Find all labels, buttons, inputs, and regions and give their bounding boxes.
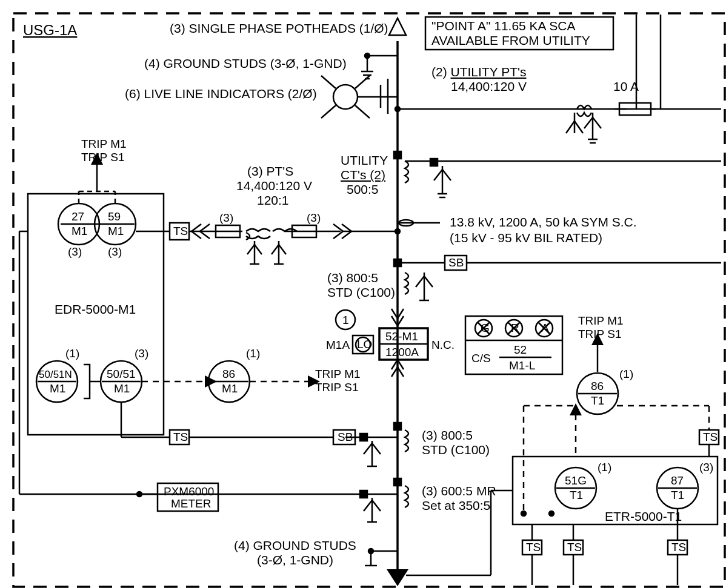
svg-text:1200A: 1200A (385, 346, 419, 358)
svg-line-10 (321, 76, 336, 88)
svg-text:51G: 51G (565, 474, 587, 487)
svg-text:(3): (3) (219, 211, 233, 224)
breaker-52-m1: 52-M1 1200A 1 LO M1A N.C. (326, 309, 455, 377)
svg-text:1: 1 (342, 314, 349, 326)
svg-text:SB: SB (338, 431, 353, 443)
svg-text:TRIP M1: TRIP M1 (81, 137, 127, 150)
svg-text:52-M1: 52-M1 (385, 330, 418, 343)
label-ground-studs: (4) GROUND STUDS (3-Ø, 1-GND) (144, 56, 347, 70)
label-utility-ct-1: UTILITY (341, 153, 388, 167)
svg-text:TRIP S1: TRIP S1 (315, 381, 358, 394)
svg-text:TS: TS (526, 541, 541, 553)
svg-text:T1: T1 (591, 394, 604, 407)
utility-pt-branch (395, 103, 721, 143)
label-bus-rating-1: 13.8 kV, 1200 A, 50 kA SYM S.C. (450, 215, 637, 229)
svg-text:(3): (3) (307, 211, 321, 224)
svg-text:Set at 350:5: Set at 350:5 (422, 498, 490, 512)
panel-border (13, 13, 725, 587)
svg-text:T1: T1 (570, 489, 583, 501)
svg-text:27: 27 (72, 210, 84, 223)
svg-text:52: 52 (514, 343, 527, 356)
svg-text:M1: M1 (222, 382, 238, 395)
svg-rect-27 (394, 151, 401, 159)
svg-text:50/51: 50/51 (107, 368, 136, 380)
svg-text:TRIP M1: TRIP M1 (315, 368, 361, 380)
svg-point-9 (333, 85, 358, 109)
panel-title: USG-1A (23, 22, 77, 38)
svg-text:LO: LO (357, 338, 372, 351)
svg-rect-37 (394, 259, 401, 266)
svg-line-13 (355, 105, 370, 118)
oc-relays: 50/51N M1 50/51 M1 86 M1 (1) (3) (1) TRI… (36, 347, 361, 444)
svg-line-11 (321, 105, 336, 118)
svg-text:EDR-5000-M1: EDR-5000-M1 (55, 302, 136, 316)
svg-text:500:5: 500:5 (347, 182, 379, 196)
svg-text:(1): (1) (619, 368, 633, 380)
svg-text:(3): (3) (699, 461, 713, 474)
svg-text:STD (C100): STD (C100) (422, 443, 490, 457)
bottom-ground-branch (365, 549, 398, 566)
label-potheads: (3) SINGLE PHASE POTHEADS (1/Ø) (170, 21, 388, 35)
svg-point-186 (549, 511, 554, 516)
label-ct800b-1: (3) 800:5 (422, 428, 473, 442)
svg-text:"POINT A" 11.65 KA SCA: "POINT A" 11.65 KA SCA (431, 19, 575, 33)
svg-text:TRIP M1: TRIP M1 (578, 314, 624, 327)
svg-text:M1: M1 (50, 382, 65, 395)
svg-point-18 (395, 107, 400, 111)
svg-rect-28 (430, 159, 438, 166)
svg-text:(2) UTILITY PT's: (2) UTILITY PT's (431, 65, 527, 79)
label-bus-rating-2: (15 kV - 95 kV BIL RATED) (450, 231, 602, 245)
svg-text:METER: METER (171, 497, 211, 510)
svg-text:87: 87 (671, 474, 684, 487)
svg-text:CT's (2): CT's (2) (341, 168, 385, 182)
outgoing-triangle-icon (387, 569, 408, 586)
svg-text:59: 59 (108, 210, 121, 223)
svg-text:120:1: 120:1 (257, 193, 289, 207)
svg-text:AVAILABLE FROM UTILITY: AVAILABLE FROM UTILITY (431, 33, 590, 47)
svg-rect-64 (394, 478, 401, 486)
svg-line-12 (355, 76, 370, 88)
svg-text:STD (C100): STD (C100) (327, 285, 395, 299)
svg-text:TRIP S1: TRIP S1 (578, 328, 621, 340)
svg-text:M1-L: M1-L (509, 359, 535, 372)
svg-text:86: 86 (222, 368, 235, 380)
gra-cs-panel: G R A C/S 52 M1-L (465, 316, 562, 374)
svg-text:G: G (481, 322, 490, 334)
svg-text:M1A: M1A (326, 339, 350, 351)
svg-text:M1: M1 (72, 225, 87, 237)
svg-text:ETR-5000-T1: ETR-5000-T1 (605, 509, 682, 523)
svg-text:R: R (511, 322, 519, 334)
svg-text:T1: T1 (671, 489, 684, 501)
label-live-line-ind: (6) LIVE LINE INDICATORS (2/Ø) (125, 87, 317, 101)
svg-point-102 (395, 229, 400, 234)
svg-text:86: 86 (591, 380, 604, 392)
svg-text:PXM6000: PXM6000 (164, 485, 214, 498)
label-10a-fuse: 10 A (613, 79, 639, 93)
label-bottom-gnd-1: (4) GROUND STUDS (234, 538, 356, 552)
svg-text:TS: TS (173, 225, 188, 237)
svg-text:TS: TS (567, 541, 582, 553)
svg-text:TS: TS (703, 431, 718, 443)
svg-point-185 (521, 511, 526, 516)
utility-ct-icon (394, 151, 721, 197)
svg-text:N.C.: N.C. (431, 339, 455, 351)
top-ground-branch (361, 53, 398, 79)
bus-rating-tap-icon (398, 220, 440, 226)
svg-text:TS: TS (173, 431, 188, 443)
ct-800-upper: SB (394, 256, 721, 300)
live-line-indicator-icon (321, 76, 398, 118)
point-a-box: "POINT A" 11.65 KA SCA AVAILABLE FROM UT… (425, 17, 613, 50)
label-utility-pt-ratio: 14,400:120 V (451, 79, 527, 93)
svg-rect-56 (394, 423, 401, 430)
svg-text:50/51N: 50/51N (39, 369, 72, 380)
svg-text:14,400:120 V: 14,400:120 V (236, 179, 312, 193)
svg-text:(3): (3) (108, 245, 122, 258)
label-pts-header: (3) PT'S (247, 164, 293, 178)
svg-text:(3): (3) (68, 245, 82, 258)
pxm6000-meter: PXM6000 METER (139, 483, 218, 511)
svg-text:M1: M1 (114, 382, 130, 395)
svg-text:(1): (1) (65, 347, 79, 360)
svg-text:M1: M1 (108, 225, 124, 237)
label-ct800-1: (3) 800:5 (327, 271, 378, 285)
svg-text:(3): (3) (135, 347, 148, 360)
